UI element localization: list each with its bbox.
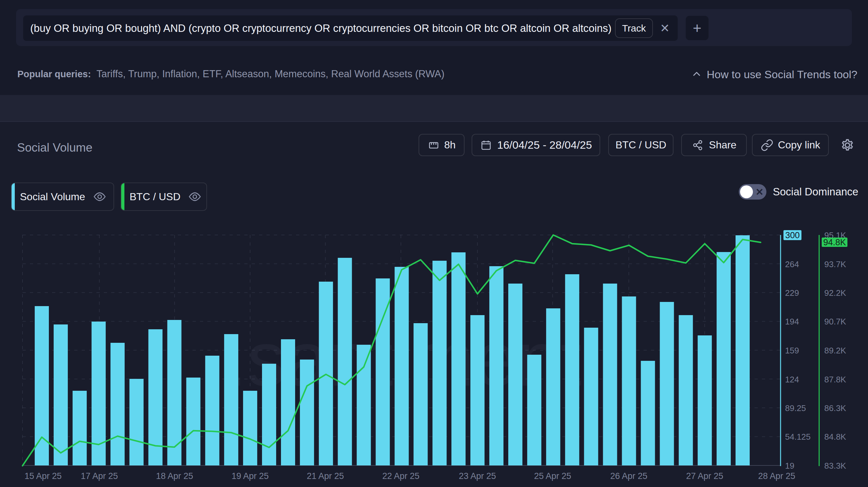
svg-text:90.7K: 90.7K bbox=[824, 317, 846, 326]
svg-text:89.2K: 89.2K bbox=[824, 346, 846, 355]
svg-text:159: 159 bbox=[785, 346, 799, 355]
svg-text:83.3K: 83.3K bbox=[824, 461, 846, 470]
svg-text:18 Apr 25: 18 Apr 25 bbox=[156, 471, 193, 481]
svg-text:15 Apr 25: 15 Apr 25 bbox=[25, 471, 62, 481]
svg-text:25 Apr 25: 25 Apr 25 bbox=[534, 471, 571, 481]
svg-text:27 Apr 25: 27 Apr 25 bbox=[686, 471, 723, 481]
svg-text:21 Apr 25: 21 Apr 25 bbox=[307, 471, 344, 481]
svg-text:19: 19 bbox=[785, 461, 795, 470]
svg-text:229: 229 bbox=[785, 288, 799, 298]
svg-text:54.125: 54.125 bbox=[785, 432, 811, 441]
svg-text:94.8K: 94.8K bbox=[823, 237, 846, 247]
svg-text:92.2K: 92.2K bbox=[824, 288, 846, 298]
svg-text:93.7K: 93.7K bbox=[824, 259, 846, 269]
svg-text:300: 300 bbox=[785, 230, 800, 240]
svg-text:124: 124 bbox=[785, 375, 799, 384]
svg-text:26 Apr 25: 26 Apr 25 bbox=[610, 471, 648, 481]
svg-text:23 Apr 25: 23 Apr 25 bbox=[459, 471, 496, 481]
svg-text:194: 194 bbox=[785, 317, 799, 326]
svg-text:22 Apr 25: 22 Apr 25 bbox=[382, 471, 420, 481]
svg-text:28 Apr 25: 28 Apr 25 bbox=[758, 471, 795, 481]
svg-text:264: 264 bbox=[785, 259, 799, 269]
svg-text:17 Apr 25: 17 Apr 25 bbox=[81, 471, 118, 481]
svg-text:87.8K: 87.8K bbox=[824, 375, 846, 384]
svg-text:19 Apr 25: 19 Apr 25 bbox=[231, 471, 269, 481]
svg-text:89.25: 89.25 bbox=[785, 403, 806, 413]
svg-text:84.8K: 84.8K bbox=[824, 432, 846, 441]
svg-text:86.3K: 86.3K bbox=[824, 403, 846, 413]
